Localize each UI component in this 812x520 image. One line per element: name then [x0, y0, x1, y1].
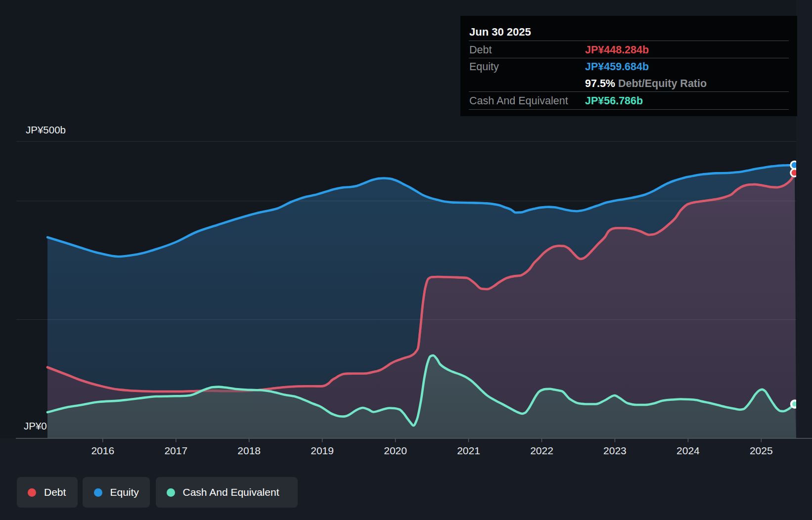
svg-text:2022: 2022 — [530, 445, 553, 456]
svg-text:2021: 2021 — [457, 445, 480, 456]
svg-text:JP¥500b: JP¥500b — [26, 124, 66, 135]
svg-text:2017: 2017 — [164, 445, 187, 456]
svg-text:2025: 2025 — [750, 445, 773, 456]
svg-text:2019: 2019 — [311, 445, 334, 456]
svg-text:2024: 2024 — [677, 445, 700, 456]
svg-text:2016: 2016 — [91, 445, 114, 456]
svg-text:2020: 2020 — [384, 445, 407, 456]
svg-text:JP¥0: JP¥0 — [24, 420, 47, 432]
svg-text:2018: 2018 — [237, 445, 261, 456]
svg-text:2023: 2023 — [603, 445, 627, 456]
